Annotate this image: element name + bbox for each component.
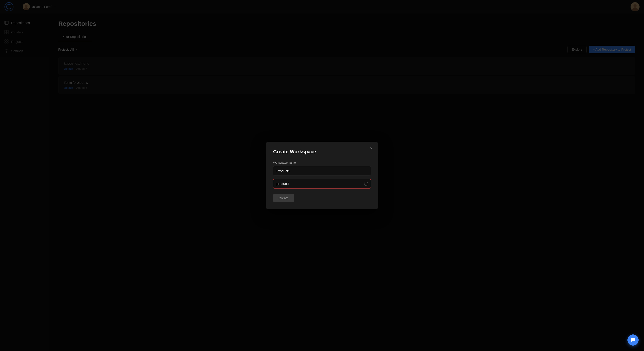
modal-title: Create Workspace — [273, 149, 371, 155]
chat-icon — [630, 338, 636, 342]
modal-overlay[interactable]: × Create Workspace Workspace name i Crea… — [0, 0, 644, 351]
create-button[interactable]: Create — [273, 194, 294, 202]
workspace-slug-input[interactable] — [273, 179, 371, 188]
info-icon: i — [364, 182, 368, 186]
chat-bubble[interactable] — [628, 334, 638, 346]
workspace-name-input[interactable] — [273, 166, 371, 176]
workspace-name-label: Workspace name — [273, 161, 371, 164]
workspace-slug-wrapper: i — [273, 179, 371, 188]
create-workspace-modal: × Create Workspace Workspace name i Crea… — [266, 142, 378, 209]
modal-close-button[interactable]: × — [368, 145, 374, 152]
